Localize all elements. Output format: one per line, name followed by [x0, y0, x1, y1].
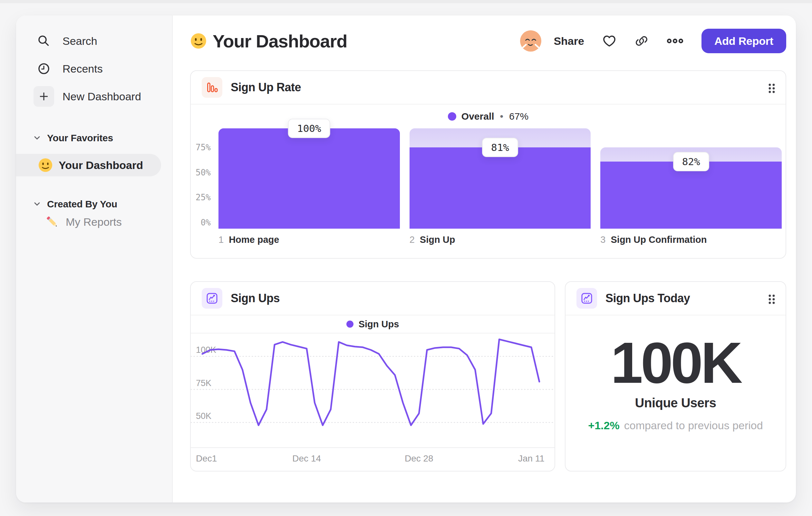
- card-title: Sign Ups Today: [605, 292, 690, 305]
- section-label: Your Favorites: [47, 133, 113, 143]
- drag-handle-icon[interactable]: [767, 294, 776, 306]
- search-icon: [33, 31, 54, 51]
- avatar[interactable]: [520, 30, 541, 52]
- funnel-bar-sign-up-confirmation[interactable]: 82%: [600, 128, 782, 229]
- page-header: Your Dashboard Share Add Report: [190, 22, 786, 60]
- kpi-subtitle: Unique Users: [566, 396, 786, 410]
- main-content: Your Dashboard Share Add Report: [173, 16, 796, 503]
- copy-link-icon[interactable]: [634, 34, 649, 48]
- funnel-bar-home-page[interactable]: 100%: [219, 128, 400, 229]
- funnel-y-axis: 75% 50% 25% 0%: [191, 128, 214, 229]
- svg-text:Dec 14: Dec 14: [292, 454, 321, 463]
- clock-icon: [33, 58, 54, 79]
- svg-text:75K: 75K: [196, 378, 211, 388]
- legend-separator: •: [500, 111, 504, 122]
- sign-ups-line-chart[interactable]: 100K75K50KDec1Dec 14Dec 28Jan 11: [191, 333, 555, 470]
- app-window: Search Recents New Dashboard Your Favori…: [16, 16, 796, 503]
- chevron-down-icon: [33, 135, 40, 141]
- funnel-legend: Overall • 67%: [191, 105, 786, 128]
- svg-text:Dec 28: Dec 28: [405, 454, 433, 463]
- step-number: 3: [600, 235, 605, 245]
- y-tick: 50%: [196, 168, 211, 177]
- legend-dot: [346, 321, 353, 328]
- sidebar-section-created-by-you[interactable]: Created By You: [16, 197, 172, 211]
- line-chart-icon: [202, 288, 222, 309]
- drag-handle-icon[interactable]: [767, 83, 776, 96]
- funnel-bar-solid: [219, 128, 400, 229]
- svg-text:50K: 50K: [196, 411, 211, 421]
- card-title: Sign Up Rate: [231, 81, 301, 94]
- page-title: Your Dashboard: [213, 31, 347, 52]
- step-number: 2: [410, 235, 415, 245]
- kpi-value: 100K: [566, 332, 786, 393]
- funnel-value-tooltip: 100%: [288, 119, 330, 138]
- sign-ups-today-card: Sign Ups Today 100K Unique Users +1.2% c…: [565, 281, 786, 471]
- svg-text:Dec1: Dec1: [196, 454, 217, 463]
- section-label: Created By You: [47, 199, 117, 210]
- sign-ups-card-header: Sign Ups: [191, 282, 555, 316]
- sidebar-item-label: New Dashboard: [62, 90, 141, 103]
- sidebar-section-your-favorites[interactable]: Your Favorites: [16, 131, 172, 145]
- sidebar-item-search[interactable]: Search: [16, 27, 172, 55]
- sign-up-rate-card: Sign Up Rate Overall • 67% 75% 50% 25% 0…: [190, 70, 786, 259]
- add-report-button[interactable]: Add Report: [701, 29, 786, 53]
- y-tick: 0%: [201, 218, 211, 227]
- step-name: Sign Up: [420, 235, 455, 245]
- sign-ups-card: Sign Ups Sign Ups 100K75K50KDec1Dec 14De…: [190, 281, 555, 471]
- step-label: 3 Sign Up Confirmation: [600, 235, 782, 245]
- sidebar-item-my-reports[interactable]: My Reports: [16, 213, 172, 231]
- sidebar-item-label: Search: [62, 35, 97, 47]
- funnel-step-labels: 1 Home page 2 Sign Up 3 Sign Up Confirma…: [191, 229, 786, 245]
- favorite-heart-icon[interactable]: [602, 34, 616, 47]
- kpi-delta-note: compared to previous period: [624, 419, 763, 432]
- line-chart-icon: [576, 288, 597, 309]
- svg-text:Jan 11: Jan 11: [518, 454, 545, 463]
- legend-label: Overall: [461, 111, 494, 122]
- funnel-chart-icon: [202, 77, 222, 98]
- sidebar-item-your-dashboard-active[interactable]: Your Dashboard: [16, 154, 161, 176]
- sidebar-item-recents[interactable]: Recents: [16, 55, 172, 83]
- card-title: Sign Ups: [231, 292, 280, 305]
- sign-ups-today-card-header: Sign Ups Today: [566, 282, 786, 316]
- funnel-value-tooltip: 81%: [482, 138, 518, 157]
- legend-value: 67%: [509, 111, 528, 122]
- share-button[interactable]: Share: [554, 35, 584, 47]
- browser-top-strip: [0, 0, 812, 3]
- step-label: 1 Home page: [219, 235, 400, 245]
- funnel-value-tooltip: 82%: [673, 152, 709, 171]
- funnel-chart: 75% 50% 25% 0% 100% 81%: [191, 128, 786, 229]
- plus-icon: [33, 86, 54, 107]
- smiley-emoji-icon: [38, 158, 53, 172]
- funnel-bar-sign-up[interactable]: 81%: [410, 128, 591, 229]
- line-legend: Sign Ups: [191, 316, 555, 333]
- kpi-body: 100K Unique Users +1.2% compared to prev…: [566, 332, 786, 432]
- kpi-delta-value: +1.2%: [588, 419, 619, 432]
- pencil-emoji-icon: [45, 215, 59, 229]
- sidebar: Search Recents New Dashboard Your Favori…: [16, 16, 173, 503]
- legend-dot: [448, 112, 456, 120]
- y-tick: 75%: [196, 143, 211, 152]
- sign-up-rate-card-header: Sign Up Rate: [191, 71, 786, 105]
- sidebar-item-label: My Reports: [66, 216, 122, 228]
- step-label: 2 Sign Up: [410, 235, 591, 245]
- more-options-icon[interactable]: [667, 37, 684, 45]
- sidebar-item-label: Your Dashboard: [59, 159, 143, 171]
- dashboard-emoji-icon: [190, 33, 207, 49]
- y-tick: 25%: [196, 193, 211, 201]
- sidebar-item-new-dashboard[interactable]: New Dashboard: [16, 83, 172, 110]
- legend-label: Sign Ups: [359, 319, 399, 330]
- chevron-down-icon: [33, 201, 40, 207]
- kpi-delta-row: +1.2% compared to previous period: [566, 419, 786, 432]
- step-name: Home page: [229, 235, 279, 245]
- step-name: Sign Up Confirmation: [611, 235, 707, 245]
- sidebar-item-label: Recents: [62, 62, 103, 75]
- step-number: 1: [219, 235, 224, 245]
- funnel-bar-solid: [600, 162, 782, 229]
- funnel-bar-solid: [410, 147, 591, 229]
